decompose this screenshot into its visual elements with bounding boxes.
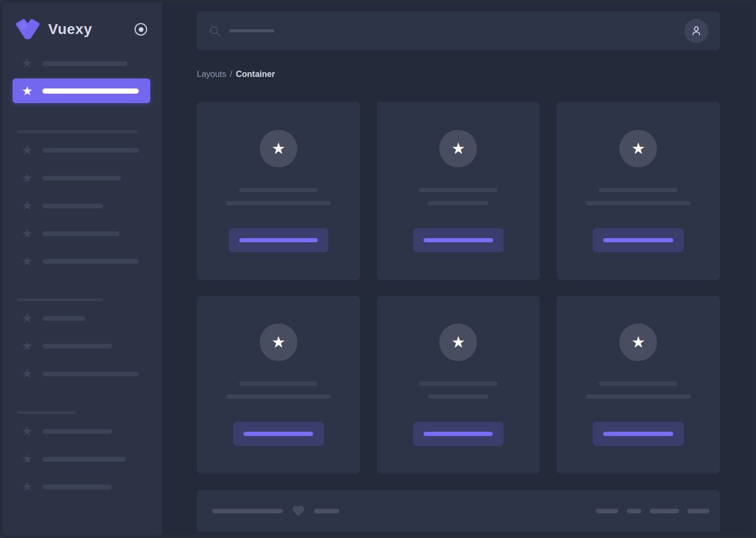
star-icon: ★ — [271, 141, 285, 156]
card-grid: ★ ★ ★ — [197, 102, 720, 474]
button-label-skeleton — [239, 238, 318, 242]
card-button[interactable] — [413, 228, 504, 252]
search-placeholder-skeleton — [229, 29, 274, 32]
star-icon: ★ — [21, 172, 34, 184]
star-icon: ★ — [21, 340, 34, 352]
sidebar-collapse-toggle[interactable] — [134, 22, 148, 37]
card-title-skeleton — [419, 382, 497, 386]
card-text-skeleton — [428, 201, 488, 205]
breadcrumb-current: Container — [236, 69, 275, 80]
search-icon — [208, 25, 221, 37]
star-icon: ★ — [21, 255, 34, 267]
star-icon: ★ — [21, 85, 34, 97]
button-label-skeleton — [603, 238, 673, 242]
star-icon: ★ — [451, 141, 465, 156]
footer-link-skeleton — [627, 509, 641, 513]
sidebar-item[interactable]: ★ — [13, 366, 150, 382]
card-avatar: ★ — [439, 323, 477, 361]
star-icon: ★ — [271, 334, 285, 350]
sidebar-item-label-skeleton — [42, 485, 112, 489]
card-text-skeleton — [586, 201, 691, 205]
footer-card — [197, 490, 720, 532]
content-card: ★ — [377, 296, 540, 474]
card-text-skeleton — [226, 201, 331, 205]
button-label-skeleton — [424, 238, 493, 242]
sidebar-item[interactable]: ★ — [13, 338, 150, 354]
card-avatar: ★ — [619, 323, 657, 361]
sidebar-section-divider — [17, 130, 138, 133]
card-title-skeleton — [419, 188, 497, 192]
sidebar-item-label-skeleton — [42, 176, 121, 181]
sidebar-item[interactable]: ★ — [13, 198, 150, 214]
sidebar-section-divider — [17, 298, 103, 301]
footer-text-skeleton — [314, 509, 339, 513]
card-button[interactable] — [229, 228, 328, 252]
card-text-skeleton — [226, 395, 331, 399]
star-icon: ★ — [21, 480, 34, 493]
star-icon: ★ — [21, 144, 34, 156]
heart-icon — [292, 504, 305, 518]
card-button[interactable] — [233, 422, 324, 446]
sidebar: Vuexy ★ ★ ★ ★ ★ ★ ★ — [0, 0, 162, 538]
card-button[interactable] — [413, 422, 504, 446]
search-bar[interactable] — [197, 12, 720, 50]
sidebar-item[interactable]: ★ — [13, 310, 150, 326]
star-icon: ★ — [21, 227, 34, 240]
card-title-skeleton — [239, 188, 318, 192]
card-avatar: ★ — [619, 130, 657, 167]
sidebar-item-label-skeleton — [42, 204, 103, 208]
sidebar-item[interactable]: ★ — [13, 226, 150, 241]
content-card: ★ — [197, 102, 360, 280]
sidebar-header: Vuexy — [0, 0, 162, 41]
star-icon: ★ — [21, 312, 34, 324]
user-avatar-button[interactable] — [684, 19, 708, 43]
sidebar-item[interactable]: ★ — [13, 451, 150, 467]
app-title: Vuexy — [48, 21, 134, 38]
sidebar-item-label-skeleton — [42, 316, 85, 321]
card-text-skeleton — [586, 395, 691, 399]
sidebar-item[interactable]: ★ — [13, 142, 150, 158]
sidebar-item-active[interactable]: ★ — [13, 79, 150, 103]
breadcrumb: Layouts / Container — [197, 69, 720, 80]
sidebar-item[interactable]: ★ — [13, 253, 150, 269]
sidebar-item-label-skeleton — [42, 88, 139, 94]
star-icon: ★ — [631, 334, 646, 350]
sidebar-item-label-skeleton — [42, 259, 139, 264]
card-avatar: ★ — [260, 323, 297, 361]
sidebar-item-label-skeleton — [42, 457, 126, 462]
star-icon: ★ — [451, 334, 465, 350]
sidebar-item-label-skeleton — [42, 61, 127, 66]
card-avatar: ★ — [260, 130, 297, 167]
card-button[interactable] — [593, 228, 684, 252]
button-label-skeleton — [424, 432, 493, 436]
sidebar-item-label-skeleton — [42, 231, 119, 236]
button-label-skeleton — [603, 432, 673, 436]
card-title-skeleton — [239, 382, 317, 386]
card-title-skeleton — [599, 382, 677, 386]
content-card: ★ — [197, 296, 360, 474]
sidebar-nav: ★ ★ ★ ★ ★ ★ ★ ★ — [0, 55, 162, 495]
sidebar-item[interactable]: ★ — [13, 479, 150, 495]
sidebar-item[interactable]: ★ — [13, 55, 150, 71]
content-card: ★ — [557, 102, 720, 280]
star-icon: ★ — [21, 367, 34, 380]
card-text-skeleton — [428, 395, 488, 399]
main-content: Layouts / Container ★ ★ — [162, 0, 756, 538]
breadcrumb-item-layouts[interactable]: Layouts — [197, 69, 226, 80]
star-icon: ★ — [21, 57, 34, 70]
card-button[interactable] — [593, 422, 684, 446]
sidebar-section-divider — [17, 411, 76, 414]
card-avatar: ★ — [439, 130, 477, 167]
sidebar-item[interactable]: ★ — [13, 170, 150, 186]
sidebar-item-label-skeleton — [42, 148, 139, 153]
card-title-skeleton — [599, 188, 677, 192]
footer-text-skeleton — [212, 509, 283, 513]
sidebar-item-label-skeleton — [42, 344, 112, 349]
content-card: ★ — [377, 102, 540, 280]
sidebar-item[interactable]: ★ — [13, 423, 150, 439]
content-card: ★ — [557, 296, 720, 474]
sidebar-item-label-skeleton — [42, 372, 139, 376]
star-icon: ★ — [21, 425, 34, 438]
footer-right-group — [596, 509, 709, 513]
star-icon: ★ — [21, 453, 34, 465]
